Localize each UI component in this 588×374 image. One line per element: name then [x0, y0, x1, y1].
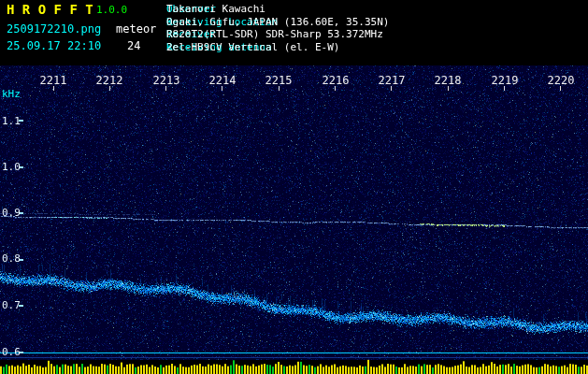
y-tick-label: 0.8	[2, 253, 21, 264]
x-tick-label: 2212	[96, 74, 123, 87]
info-value: R820T2(RTL-SDR) SDR-Sharp 53.372MHz	[166, 28, 383, 41]
y-tick-label: 0.6	[2, 347, 21, 357]
x-tick-label: 2215	[265, 74, 293, 87]
x-tick-label: 2211	[40, 74, 67, 87]
meteor-count: 24	[127, 39, 140, 52]
y-axis-unit: kHz	[2, 89, 21, 99]
x-tick-label: 2216	[323, 74, 350, 87]
hrofft-output-screenshot: H R O F F T 1.0.0 2509172210.png meteor …	[0, 0, 588, 374]
x-tick-label: 2217	[379, 74, 406, 87]
app-title: H R O F F T	[7, 2, 93, 17]
y-tick-label: 0.9	[2, 208, 21, 218]
info-value: 2el-HB9CV Vertical (el. E-W)	[166, 41, 339, 54]
x-tick-label: 2219	[492, 74, 519, 87]
app-version: 1.0.0	[96, 4, 127, 16]
header: H R O F F T 1.0.0 2509172210.png meteor …	[0, 0, 588, 65]
x-tick-label: 2214	[209, 74, 237, 87]
mode-label: meteor	[116, 22, 156, 36]
x-tick-label: 2220	[548, 74, 575, 87]
x-tick-label: 2213	[153, 74, 180, 87]
x-tick-label: 2218	[435, 74, 462, 87]
y-tick-label: 1.1	[2, 116, 21, 126]
y-tick-label: 1.0	[2, 162, 21, 172]
output-filename: 2509172210.png	[7, 22, 101, 36]
datetime-label: 25.09.17 22:10	[7, 39, 101, 52]
y-tick-label: 0.7	[2, 300, 21, 310]
info-value: Takanori Kawachi	[166, 3, 265, 16]
info-value: Ogaki, Gifu, JAPAN (136.60E, 35.35N)	[166, 16, 389, 29]
